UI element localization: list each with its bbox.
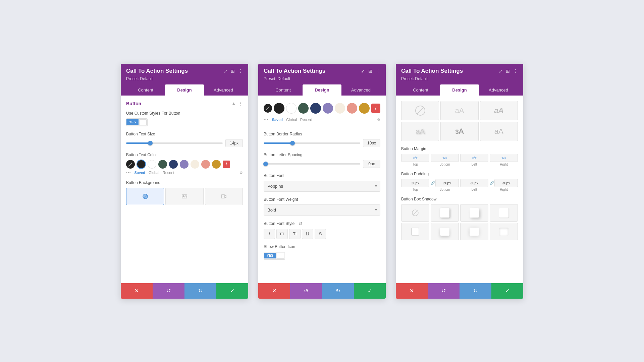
link-icon-1[interactable]: 🔗 xyxy=(431,181,435,185)
color-picker-btn[interactable] xyxy=(126,160,135,169)
fullscreen-icon[interactable]: ⤢ xyxy=(223,68,227,74)
tab-design-1[interactable]: Design xyxy=(165,84,204,96)
tab-advanced-1[interactable]: Advanced xyxy=(204,84,243,96)
tab-design-2[interactable]: Design xyxy=(303,84,341,96)
undo-button-1[interactable]: ↺ xyxy=(153,283,184,299)
big-swatch-green[interactable] xyxy=(298,103,309,114)
fullscreen-icon-2[interactable]: ⤢ xyxy=(361,68,365,74)
redo-button-2[interactable]: ↻ xyxy=(322,283,354,299)
more-icon[interactable]: ⋮ xyxy=(238,68,243,74)
font-preview-style5[interactable]: aA xyxy=(480,122,518,141)
shadow-style3[interactable] xyxy=(490,204,518,222)
tab-content-1[interactable]: Content xyxy=(126,84,165,96)
cancel-button-3[interactable]: ✕ xyxy=(396,283,428,299)
save-button-1[interactable]: ✓ xyxy=(216,283,248,299)
font-capitalize-btn[interactable]: Tt xyxy=(289,229,301,239)
font-preview-style4[interactable]: зA xyxy=(440,122,478,141)
color-more-dots[interactable]: ••• xyxy=(126,171,131,175)
undo-button-3[interactable]: ↺ xyxy=(428,283,460,299)
grid-icon-2[interactable]: ⊞ xyxy=(368,68,372,74)
grid-icon-3[interactable]: ⊞ xyxy=(506,68,510,74)
swatch-red-slash[interactable]: / xyxy=(223,161,230,168)
redo-button-3[interactable]: ↻ xyxy=(460,283,491,299)
color-picker-btn-2[interactable] xyxy=(264,104,272,113)
swatch-navy[interactable] xyxy=(169,160,178,169)
collapse-icon[interactable]: ▲ xyxy=(231,101,236,106)
swatch-white[interactable] xyxy=(148,160,156,169)
bg-gradient[interactable] xyxy=(126,188,164,205)
margin-right-input[interactable]: </> xyxy=(490,154,518,162)
color-global-2[interactable]: Global xyxy=(286,118,297,122)
more-icon-2[interactable]: ⋮ xyxy=(376,68,380,74)
tab-design-3[interactable]: Design xyxy=(440,84,479,96)
letter-spacing-value[interactable]: 0px xyxy=(363,160,380,168)
tab-content-3[interactable]: Content xyxy=(401,84,440,96)
font-style-reset-icon[interactable]: ↺ xyxy=(299,221,303,226)
margin-left-input[interactable]: </> xyxy=(460,154,488,162)
font-italic-btn[interactable]: I xyxy=(264,229,275,239)
link-icon-2[interactable]: 🔗 xyxy=(490,181,494,185)
swatch-green[interactable] xyxy=(158,160,167,169)
slider-track-border[interactable] xyxy=(264,142,360,144)
color-gear-icon-2[interactable]: ⚙ xyxy=(377,118,380,122)
color-global[interactable]: Global xyxy=(149,171,159,175)
custom-styles-toggle[interactable]: YES xyxy=(126,118,243,126)
slider-track-letter[interactable] xyxy=(264,163,360,165)
font-weight-select[interactable]: Bold Normal Light xyxy=(264,204,380,216)
font-preview-none[interactable] xyxy=(401,101,439,120)
shadow-style7[interactable] xyxy=(490,223,518,240)
slider-thumb-border[interactable] xyxy=(290,141,295,145)
more-icon-3[interactable]: ⋮ xyxy=(513,68,518,74)
grid-icon[interactable]: ⊞ xyxy=(231,68,235,74)
padding-bottom-input[interactable]: 20px xyxy=(435,179,459,187)
shadow-style5[interactable] xyxy=(431,223,459,240)
tab-advanced-2[interactable]: Advanced xyxy=(341,84,380,96)
color-more-dots-2[interactable]: ••• xyxy=(264,118,269,122)
swatch-salmon[interactable] xyxy=(201,160,210,169)
big-swatch-slash[interactable]: / xyxy=(371,104,380,113)
swatch-black[interactable] xyxy=(137,160,146,169)
big-swatch-black[interactable] xyxy=(274,103,284,114)
fullscreen-icon-3[interactable]: ⤢ xyxy=(498,68,502,74)
color-recent-2[interactable]: Recent xyxy=(300,118,312,122)
color-gear-icon[interactable]: ⚙ xyxy=(239,171,243,175)
slider-thumb-letter[interactable] xyxy=(263,162,268,166)
font-strikethrough-btn[interactable]: S xyxy=(315,229,326,239)
swatch-cream[interactable] xyxy=(191,160,199,169)
toggle-show-icon[interactable]: YES xyxy=(264,252,285,260)
toggle-yes-icon[interactable]: YES xyxy=(264,253,276,258)
padding-top-input[interactable]: 20px xyxy=(401,179,429,187)
margin-top-input[interactable]: </> xyxy=(401,154,429,162)
show-icon-toggle[interactable]: YES xyxy=(264,252,380,260)
bg-image[interactable] xyxy=(165,188,203,205)
swatch-gold[interactable] xyxy=(212,160,221,169)
tab-advanced-3[interactable]: Advanced xyxy=(479,84,518,96)
big-swatch-purple[interactable] xyxy=(323,103,333,114)
color-recent[interactable]: Recent xyxy=(163,171,174,175)
padding-right-input[interactable]: 30px xyxy=(494,179,518,187)
big-swatch-navy[interactable] xyxy=(310,103,321,114)
shadow-style2[interactable] xyxy=(460,204,488,222)
swatch-purple[interactable] xyxy=(180,160,189,169)
padding-left-input[interactable]: 30px xyxy=(460,179,488,187)
shadow-style6[interactable] xyxy=(460,223,488,240)
font-preview-style2[interactable]: aA xyxy=(480,101,518,120)
color-saved[interactable]: Saved xyxy=(135,171,145,175)
toggle-thumb[interactable] xyxy=(139,119,147,125)
font-allcaps-btn[interactable]: TT xyxy=(276,229,288,239)
text-size-value[interactable]: 14px xyxy=(225,139,243,147)
undo-button-2[interactable]: ↺ xyxy=(290,283,322,299)
font-preview-style1[interactable]: aA xyxy=(440,101,478,120)
big-swatch-salmon[interactable] xyxy=(347,103,357,114)
big-swatch-cream[interactable] xyxy=(335,103,345,114)
save-button-3[interactable]: ✓ xyxy=(491,283,523,299)
shadow-none[interactable] xyxy=(401,204,429,222)
slider-track-size[interactable] xyxy=(126,142,223,144)
settings-icon[interactable]: ⋮ xyxy=(238,101,243,106)
font-preview-style3[interactable]: aA xyxy=(401,122,439,141)
border-radius-value[interactable]: 10px xyxy=(363,139,380,147)
big-swatch-gold[interactable] xyxy=(359,103,369,114)
slider-thumb-size[interactable] xyxy=(148,141,153,145)
toggle-thumb-icon[interactable] xyxy=(277,253,284,259)
save-button-2[interactable]: ✓ xyxy=(354,283,386,299)
